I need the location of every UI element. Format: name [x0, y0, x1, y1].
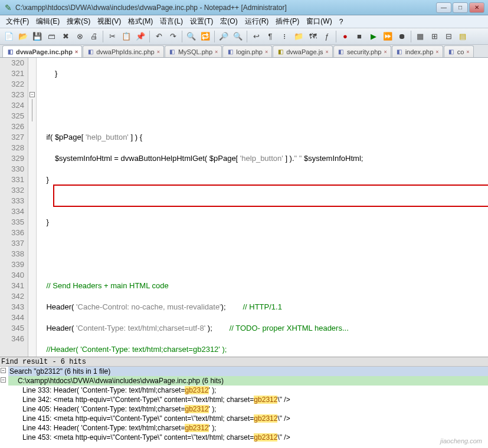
tab-index-php[interactable]: ◧index.php× [392, 45, 443, 57]
tab-close-icon[interactable]: × [466, 49, 469, 55]
print-icon[interactable]: 🖨 [87, 30, 100, 43]
paste-icon[interactable]: 📌 [134, 30, 147, 43]
fold-minus-icon[interactable]: − [30, 92, 35, 97]
folder-icon[interactable]: 📁 [292, 30, 305, 43]
find-result-panel[interactable]: − − Search "gb2312" (6 hits in 1 file) C… [0, 367, 488, 443]
find-hit-match: gb2312 [185, 424, 208, 432]
php-file-icon: ◧ [448, 48, 455, 55]
menu-help[interactable]: ? [336, 17, 347, 27]
line-number: 334 [0, 206, 24, 217]
menu-macro[interactable]: 宏(O) [217, 15, 241, 28]
maximize-button[interactable]: □ [453, 2, 468, 13]
function-list-icon[interactable]: ƒ [320, 30, 333, 43]
tab-close-icon[interactable]: × [157, 49, 160, 55]
tab-MySQL-php[interactable]: ◧MySQL.php× [165, 45, 222, 57]
line-number: 321 [0, 68, 24, 79]
find-hit-row[interactable]: Line 453: <meta http-equiv=\"Content-Typ… [8, 433, 488, 442]
line-number-gutter: 3203213223233243253263273283293303313323… [0, 58, 28, 357]
tab-security-php[interactable]: ◧security.php× [333, 45, 391, 57]
menu-language[interactable]: 语言(L) [156, 15, 186, 28]
tab-close-icon[interactable]: × [435, 49, 438, 55]
tab-dvwaPage-inc-php[interactable]: ◧dvwaPage.inc.php× [2, 45, 82, 57]
find-hit-row[interactable]: Line 333: Header( 'Content-Type: text/ht… [8, 386, 488, 395]
find-hit-pre: Header( 'Content-Type: text/html;charset… [54, 405, 185, 413]
line-number: 330 [0, 164, 24, 174]
close-file-icon[interactable]: ✖ [59, 30, 72, 43]
find-hit-row[interactable]: Line 443: Header( 'Content-Type: text/ht… [8, 423, 488, 433]
fold-column[interactable]: − [28, 58, 37, 357]
save-all-icon[interactable]: 🗃 [45, 30, 58, 43]
undo-icon[interactable]: ↶ [152, 30, 165, 43]
menu-window[interactable]: 窗口(W) [303, 15, 335, 28]
code-line: ); [221, 302, 243, 311]
find-hit-row[interactable]: Line 405: Header( 'Content-Type: text/ht… [8, 404, 488, 414]
toolbar-extra3-icon[interactable]: ⊟ [442, 30, 455, 43]
tab-dvwaPhpIds-inc-php[interactable]: ◧dvwaPhpIds.inc.php× [83, 45, 164, 57]
find-hit-pre: <meta http-equiv=\"Content-Type\" conten… [54, 414, 254, 423]
tab-co[interactable]: ◧co× [444, 45, 474, 57]
tab-close-icon[interactable]: × [75, 49, 78, 55]
zoom-out-icon[interactable]: 🔍 [231, 30, 244, 43]
tab-login-php[interactable]: ◧login.php× [222, 45, 272, 57]
save-icon[interactable]: 💾 [31, 30, 44, 43]
macro-stop-icon[interactable]: ■ [353, 30, 366, 43]
line-number: 342 [0, 291, 24, 302]
collapse-minus-icon[interactable]: − [1, 368, 6, 373]
find-tree-column[interactable]: − − [0, 367, 8, 443]
find-hit-post: \" /> [277, 414, 290, 423]
line-number: 341 [0, 281, 24, 291]
zoom-in-icon[interactable]: 🔎 [217, 30, 230, 43]
find-hit-row[interactable]: Line 415: <meta http-equiv=\"Content-Typ… [8, 414, 488, 423]
show-chars-icon[interactable]: ¶ [264, 30, 277, 43]
tab-dvwaPage-js[interactable]: ◧dvwaPage.js× [273, 45, 333, 57]
find-hit-line: Line 405: [22, 405, 54, 413]
menu-format[interactable]: 格式(M) [125, 15, 156, 28]
code-line: } [38, 218, 49, 226]
toolbar-extra2-icon[interactable]: ⊞ [428, 30, 441, 43]
app-icon: ✎ [4, 3, 13, 12]
collapse-minus-icon[interactable]: − [1, 377, 6, 383]
tab-close-icon[interactable]: × [384, 49, 387, 55]
tab-close-icon[interactable]: × [326, 49, 329, 55]
close-all-icon[interactable]: ⊗ [73, 30, 86, 43]
line-number: 346 [0, 334, 24, 344]
code-area[interactable]: } if( $pPage[ 'help_button' ] ) { $syste… [37, 58, 488, 357]
word-wrap-icon[interactable]: ↩ [250, 30, 263, 43]
find-file-summary[interactable]: C:\xampp\htdocs\DVWA\dvwa\includes\dvwaP… [8, 376, 488, 386]
find-icon[interactable]: 🔍 [185, 30, 198, 43]
copy-icon[interactable]: 📋 [120, 30, 133, 43]
replace-icon[interactable]: 🔁 [199, 30, 212, 43]
macro-play-icon[interactable]: ▶ [367, 30, 380, 43]
menu-search[interactable]: 搜索(S) [63, 15, 94, 28]
toolbar-extra1-icon[interactable]: ▦ [414, 30, 427, 43]
find-search-summary[interactable]: Search "gb2312" (6 hits in 1 file) [8, 367, 488, 376]
indent-guide-icon[interactable]: ⫶ [278, 30, 291, 43]
minimize-button[interactable]: — [436, 2, 451, 13]
menu-view[interactable]: 视图(V) [94, 15, 125, 28]
toolbar-extra4-icon[interactable]: ▤ [456, 30, 469, 43]
menu-plugins[interactable]: 插件(P) [272, 15, 303, 28]
doc-map-icon[interactable]: 🗺 [306, 30, 319, 43]
toolbar: 📄 📂 💾 🗃 ✖ ⊗ 🖨 ✂ 📋 📌 ↶ ↷ 🔍 🔁 🔎 🔍 ↩ ¶ ⫶ 📁 … [0, 28, 488, 45]
macro-save-icon[interactable]: ⏺ [395, 30, 408, 43]
open-file-icon[interactable]: 📂 [17, 30, 30, 43]
macro-record-icon[interactable]: ● [339, 30, 352, 43]
find-hit-line: Line 415: [22, 414, 54, 423]
menu-edit[interactable]: 编辑(E) [32, 15, 63, 28]
redo-icon[interactable]: ↷ [166, 30, 179, 43]
tab-close-icon[interactable]: × [265, 49, 268, 55]
line-number: 328 [0, 143, 24, 153]
find-hit-row[interactable]: Line 342: <meta http-equiv=\"Content-Typ… [8, 395, 488, 404]
menu-settings[interactable]: 设置(T) [186, 15, 217, 28]
close-button[interactable]: ✕ [469, 2, 484, 13]
tab-close-icon[interactable]: × [215, 49, 218, 55]
cut-icon[interactable]: ✂ [106, 30, 119, 43]
menu-file[interactable]: 文件(F) [2, 15, 32, 28]
find-hit-post: ' ); [209, 405, 217, 413]
menu-run[interactable]: 运行(R) [241, 15, 273, 28]
find-hit-post: \" /> [277, 433, 290, 442]
php-file-icon: ◧ [338, 48, 345, 55]
code-line: Header( [38, 302, 76, 311]
new-file-icon[interactable]: 📄 [2, 30, 15, 43]
macro-fast-icon[interactable]: ⏩ [381, 30, 394, 43]
